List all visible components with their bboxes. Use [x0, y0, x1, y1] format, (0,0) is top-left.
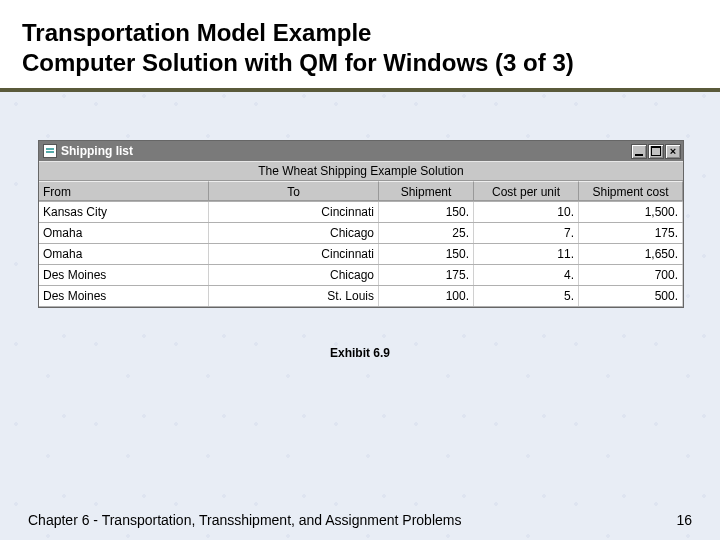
- cell-from: Omaha: [39, 223, 209, 243]
- app-window: Shipping list × The Wheat Shipping Examp…: [38, 140, 684, 308]
- cell-shipcost: 1,500.: [579, 202, 683, 222]
- cell-to: Chicago: [209, 265, 379, 285]
- cell-shipment: 150.: [379, 202, 474, 222]
- cell-from: Des Moines: [39, 286, 209, 306]
- cell-to: St. Louis: [209, 286, 379, 306]
- footer-chapter: Chapter 6 - Transportation, Transshipmen…: [28, 512, 461, 528]
- cell-shipment: 100.: [379, 286, 474, 306]
- cell-shipment: 25.: [379, 223, 474, 243]
- table-row: Des Moines St. Louis 100. 5. 500.: [39, 286, 683, 307]
- cell-cost: 11.: [474, 244, 579, 264]
- cell-to: Cincinnati: [209, 202, 379, 222]
- app-icon: [43, 144, 57, 158]
- results-table: From To Shipment Cost per unit Shipment …: [39, 181, 683, 307]
- exhibit-label: Exhibit 6.9: [0, 346, 720, 360]
- col-header-shipment: Shipment: [379, 181, 474, 201]
- cell-cost: 4.: [474, 265, 579, 285]
- cell-cost: 5.: [474, 286, 579, 306]
- cell-to: Chicago: [209, 223, 379, 243]
- table-row: Des Moines Chicago 175. 4. 700.: [39, 265, 683, 286]
- cell-shipment: 175.: [379, 265, 474, 285]
- slide-title: Transportation Model Example Computer So…: [0, 0, 720, 92]
- cell-from: Des Moines: [39, 265, 209, 285]
- table-header-row: From To Shipment Cost per unit Shipment …: [39, 181, 683, 202]
- col-header-from: From: [39, 181, 209, 201]
- table-row: Kansas City Cincinnati 150. 10. 1,500.: [39, 202, 683, 223]
- cell-shipcost: 700.: [579, 265, 683, 285]
- table-row: Omaha Chicago 25. 7. 175.: [39, 223, 683, 244]
- title-line-1: Transportation Model Example: [22, 18, 696, 48]
- cell-shipcost: 500.: [579, 286, 683, 306]
- col-header-to: To: [209, 181, 379, 201]
- window-titlebar: Shipping list ×: [39, 141, 683, 161]
- cell-to: Cincinnati: [209, 244, 379, 264]
- footer-page-number: 16: [676, 512, 692, 528]
- cell-cost: 7.: [474, 223, 579, 243]
- close-button[interactable]: ×: [665, 144, 681, 159]
- cell-from: Omaha: [39, 244, 209, 264]
- cell-shipcost: 175.: [579, 223, 683, 243]
- table-row: Omaha Cincinnati 150. 11. 1,650.: [39, 244, 683, 265]
- cell-cost: 10.: [474, 202, 579, 222]
- cell-shipment: 150.: [379, 244, 474, 264]
- window-title: Shipping list: [61, 144, 630, 158]
- minimize-button[interactable]: [631, 144, 647, 159]
- window-controls: ×: [630, 144, 681, 159]
- col-header-cost: Cost per unit: [474, 181, 579, 201]
- title-line-2: Computer Solution with QM for Windows (3…: [22, 48, 696, 78]
- maximize-button[interactable]: [648, 144, 664, 159]
- window-caption: The Wheat Shipping Example Solution: [39, 161, 683, 181]
- col-header-shipcost: Shipment cost: [579, 181, 683, 201]
- cell-from: Kansas City: [39, 202, 209, 222]
- cell-shipcost: 1,650.: [579, 244, 683, 264]
- slide-footer: Chapter 6 - Transportation, Transshipmen…: [28, 512, 692, 528]
